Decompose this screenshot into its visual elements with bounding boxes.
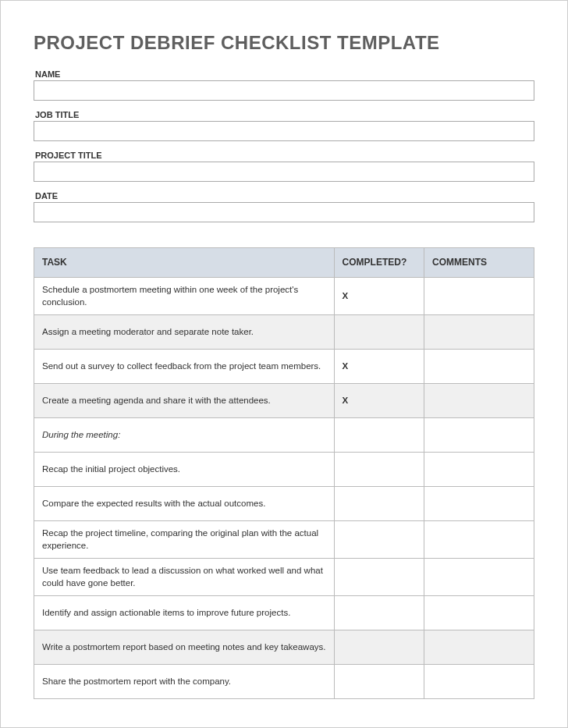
task-cell: Identify and assign actionable items to … [34, 596, 335, 630]
comments-cell[interactable] [424, 418, 534, 453]
header-completed: COMPLETED? [334, 248, 424, 278]
header-comments: COMMENTS [424, 248, 534, 278]
table-row: Recap the project timeline, comparing th… [34, 521, 534, 559]
completed-cell[interactable]: X [334, 384, 424, 418]
completed-cell[interactable] [334, 559, 424, 596]
document-page: PROJECT DEBRIEF CHECKLIST TEMPLATE NAME … [0, 0, 568, 728]
task-cell: Compare the expected results with the ac… [34, 487, 335, 521]
comments-cell[interactable] [424, 315, 534, 350]
task-cell: Recap the project timeline, comparing th… [34, 521, 335, 559]
table-row: Share the postmortem report with the com… [34, 665, 534, 699]
completed-cell[interactable] [334, 665, 424, 699]
comments-cell[interactable] [424, 559, 534, 596]
completed-cell[interactable]: X [334, 350, 424, 384]
task-cell: Use team feedback to lead a discussion o… [34, 559, 335, 596]
table-row: Assign a meeting moderator and separate … [34, 315, 534, 350]
input-project-title[interactable] [34, 162, 534, 182]
table-row: Recap the initial project objectives. [34, 453, 534, 487]
input-date[interactable] [34, 202, 534, 222]
header-task: TASK [34, 248, 335, 278]
task-cell: Send out a survey to collect feedback fr… [34, 350, 335, 384]
task-cell: Schedule a postmortem meeting within one… [34, 278, 335, 315]
table-row: Schedule a postmortem meeting within one… [34, 278, 534, 315]
input-name[interactable] [34, 80, 534, 101]
comments-cell[interactable] [424, 487, 534, 521]
completed-cell[interactable] [334, 418, 424, 453]
comments-cell[interactable] [424, 384, 534, 418]
comments-cell[interactable] [424, 665, 534, 699]
section-row: During the meeting: [34, 418, 534, 453]
completed-cell[interactable] [334, 596, 424, 630]
completed-cell[interactable] [334, 521, 424, 559]
task-cell: During the meeting: [34, 418, 335, 453]
input-job-title[interactable] [34, 121, 534, 141]
comments-cell[interactable] [424, 350, 534, 384]
table-row: Use team feedback to lead a discussion o… [34, 559, 534, 596]
completed-cell[interactable] [334, 315, 424, 350]
task-cell: Share the postmortem report with the com… [34, 665, 335, 699]
label-project-title: PROJECT TITLE [34, 151, 534, 160]
completed-cell[interactable] [334, 630, 424, 665]
task-cell: Create a meeting agenda and share it wit… [34, 384, 335, 418]
field-project-title: PROJECT TITLE [34, 151, 534, 182]
comments-cell[interactable] [424, 630, 534, 665]
table-row: Identify and assign actionable items to … [34, 596, 534, 630]
comments-cell[interactable] [424, 278, 534, 315]
completed-cell[interactable]: X [334, 278, 424, 315]
task-table: TASK COMPLETED? COMMENTS Schedule a post… [34, 247, 534, 699]
task-cell: Recap the initial project objectives. [34, 453, 335, 487]
task-cell: Write a postmortem report based on meeti… [34, 630, 335, 665]
table-row: Send out a survey to collect feedback fr… [34, 350, 534, 384]
completed-cell[interactable] [334, 453, 424, 487]
document-title: PROJECT DEBRIEF CHECKLIST TEMPLATE [34, 32, 534, 54]
comments-cell[interactable] [424, 596, 534, 630]
completed-cell[interactable] [334, 487, 424, 521]
table-row: Compare the expected results with the ac… [34, 487, 534, 521]
table-row: Write a postmortem report based on meeti… [34, 630, 534, 665]
field-date: DATE [34, 191, 534, 222]
field-job-title: JOB TITLE [34, 110, 534, 141]
comments-cell[interactable] [424, 521, 534, 559]
task-cell: Assign a meeting moderator and separate … [34, 315, 335, 350]
label-name: NAME [34, 69, 534, 79]
field-name: NAME [34, 69, 534, 101]
table-header-row: TASK COMPLETED? COMMENTS [34, 248, 534, 278]
label-date: DATE [34, 191, 534, 201]
label-job-title: JOB TITLE [34, 110, 534, 119]
table-row: Create a meeting agenda and share it wit… [34, 384, 534, 418]
comments-cell[interactable] [424, 453, 534, 487]
